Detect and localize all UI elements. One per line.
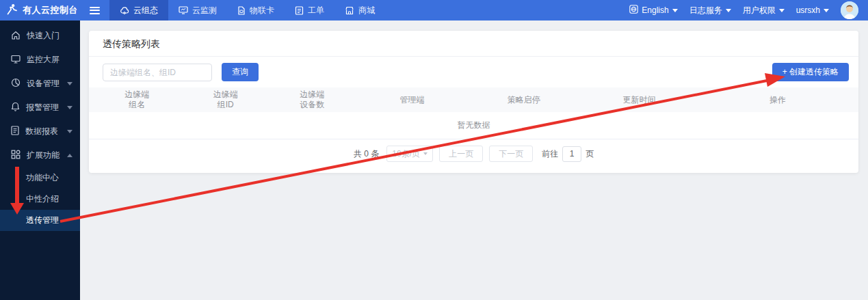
sidebar-item-data-report[interactable]: 数据报表: [0, 120, 80, 144]
submenu-item-function-center[interactable]: 功能中心: [0, 167, 80, 189]
brand: 有人云控制台: [0, 3, 100, 18]
goto-page-input[interactable]: [562, 146, 581, 162]
log-service-menu[interactable]: 日志服务: [689, 5, 731, 16]
user-permission-menu[interactable]: 用户权限: [743, 5, 785, 16]
submenu-item-label: 中性介绍: [26, 193, 59, 205]
search-button[interactable]: 查询: [222, 63, 259, 81]
logo-icon: [6, 3, 18, 18]
chevron-down-icon: [824, 9, 829, 12]
top-navigation: 云组态 云监测 物联卡 工单 商城: [109, 0, 385, 21]
nav-mall[interactable]: 商城: [334, 0, 385, 21]
sidebar-item-label: 报警管理: [26, 102, 59, 113]
topbar: 有人云控制台 云组态 云监测 物联卡 工单 商城 English: [0, 0, 868, 21]
topbar-right: English 日志服务 用户权限 usrsxh: [629, 1, 868, 19]
screen-icon: [11, 55, 21, 66]
page-size-label: 10条/页: [392, 148, 420, 160]
submenu-item-label: 功能中心: [26, 172, 59, 184]
pie-chart-icon: [11, 78, 21, 90]
nav-label: 云监测: [192, 5, 217, 16]
empty-state: 暂无数据: [89, 112, 858, 139]
table-header-cell: 更新时间: [581, 87, 697, 112]
log-service-label: 日志服务: [689, 5, 722, 16]
nav-label: 商城: [358, 5, 375, 16]
content-card: 透传策略列表 查询 + 创建透传策略 边缘端 组名 边缘端 组ID 边缘端 设备…: [89, 31, 858, 173]
table-header-row: 边缘端 组名 边缘端 组ID 边缘端 设备数 管理端 策略启停 更新时间 操作: [89, 87, 858, 112]
sidebar-item-device-management[interactable]: 设备管理: [0, 72, 80, 96]
table-header-cell: 边缘端 设备数: [266, 87, 358, 112]
goto-page: 前往 页: [542, 146, 594, 162]
submenu-item-passthrough-management[interactable]: 透传管理: [0, 210, 80, 231]
menu-toggle-icon[interactable]: [90, 7, 100, 14]
user-permission-label: 用户权限: [743, 5, 776, 16]
page-title: 透传策略列表: [89, 31, 858, 57]
chevron-down-icon: [67, 130, 73, 133]
toolbar: 查询 + 创建透传策略: [89, 57, 858, 87]
cloud-icon: [120, 6, 129, 14]
goto-prefix-label: 前往: [542, 148, 558, 160]
brand-title: 有人云控制台: [23, 4, 78, 16]
table-header-cell: 边缘端 组名: [89, 87, 185, 112]
nav-label: 工单: [308, 5, 324, 16]
page-size-select[interactable]: 10条/页: [386, 146, 433, 162]
prev-page-button[interactable]: 上一页: [439, 146, 483, 162]
nav-label: 云组态: [133, 5, 158, 16]
pagination: 共 0 条 10条/页 上一页 下一页 前往 页: [89, 139, 858, 168]
chevron-down-icon: [423, 152, 428, 155]
sidebar-item-extended-functions[interactable]: 扩展功能: [0, 144, 80, 167]
create-policy-button[interactable]: + 创建透传策略: [772, 63, 849, 81]
goto-suffix-label: 页: [586, 148, 594, 160]
submenu-item-neutral-intro[interactable]: 中性介绍: [0, 189, 80, 210]
sidebar: 快速入门 监控大屏 设备管理 报警管理 数据报表 扩展功能 功能中心 中性介绍 …: [0, 21, 80, 300]
search-input[interactable]: [103, 64, 212, 81]
submenu-item-label: 透传管理: [26, 215, 59, 226]
table-header-cell: 边缘端 组ID: [185, 87, 266, 112]
chevron-down-icon: [779, 9, 785, 12]
alarm-bell-icon: [11, 102, 20, 113]
sidebar-item-dashboard[interactable]: 监控大屏: [0, 48, 80, 72]
avatar[interactable]: [841, 1, 858, 19]
home-icon: [11, 31, 21, 42]
sidebar-item-label: 数据报表: [25, 126, 58, 137]
chevron-up-icon: [67, 154, 73, 157]
nav-cloud-config[interactable]: 云组态: [109, 0, 168, 21]
table-header-cell: 管理端: [358, 87, 466, 112]
globe-icon: [629, 5, 638, 16]
work-order-icon: [295, 6, 304, 15]
sidebar-item-label: 扩展功能: [27, 150, 60, 161]
sidebar-item-quick-start[interactable]: 快速入门: [0, 24, 80, 48]
nav-cloud-monitor[interactable]: 云监测: [168, 0, 227, 21]
sidebar-item-label: 设备管理: [27, 78, 60, 90]
nav-label: 物联卡: [250, 5, 274, 16]
monitor-icon: [179, 6, 188, 14]
chevron-down-icon: [67, 106, 73, 109]
username-label: usrsxh: [796, 5, 820, 15]
main-content: 透传策略列表 查询 + 创建透传策略 边缘端 组名 边缘端 组ID 边缘端 设备…: [80, 21, 868, 300]
pagination-total: 共 0 条: [354, 148, 379, 160]
report-icon: [11, 126, 19, 137]
store-icon: [345, 6, 354, 15]
chevron-down-icon: [67, 82, 73, 85]
language-selector[interactable]: English: [629, 5, 677, 16]
next-page-button[interactable]: 下一页: [489, 146, 533, 162]
sim-card-icon: [237, 6, 246, 15]
username-menu[interactable]: usrsxh: [796, 5, 829, 15]
grid-icon: [11, 150, 21, 161]
sidebar-item-label: 监控大屏: [27, 54, 60, 66]
table-header-cell: 操作: [697, 87, 858, 112]
nav-work-order[interactable]: 工单: [285, 0, 334, 21]
chevron-down-icon: [726, 9, 731, 12]
sidebar-item-alarm-management[interactable]: 报警管理: [0, 96, 80, 120]
chevron-down-icon: [672, 9, 678, 12]
table-header-cell: 策略启停: [466, 87, 581, 112]
nav-iot-card[interactable]: 物联卡: [227, 0, 285, 21]
language-label: English: [642, 5, 668, 15]
sidebar-item-label: 快速入门: [27, 30, 60, 42]
